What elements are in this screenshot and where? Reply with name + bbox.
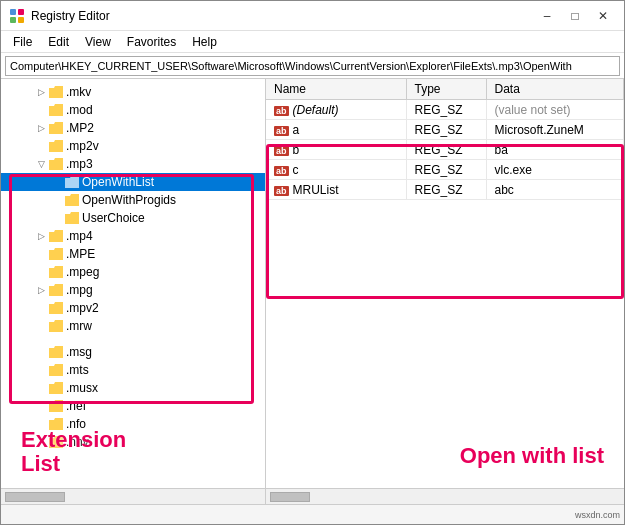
- folder-icon-mkv: [49, 85, 63, 99]
- registry-editor-window: Registry Editor – □ ✕ File Edit View Fav…: [0, 0, 625, 525]
- tree-label: .nfo: [66, 417, 86, 431]
- name-text: c: [293, 163, 299, 177]
- svg-rect-1: [18, 9, 24, 15]
- cell-type: REG_SZ: [406, 160, 486, 180]
- expander-mkv: ▷: [33, 84, 49, 100]
- tree-item-musx[interactable]: ▷ .musx: [1, 379, 265, 397]
- tree-item-mp2v[interactable]: ▷ .mp2v: [1, 137, 265, 155]
- h-scroll-thumb-right[interactable]: [270, 492, 310, 502]
- table-row[interactable]: abMRUListREG_SZabc: [266, 180, 624, 200]
- table-row[interactable]: abbREG_SZba: [266, 140, 624, 160]
- folder-icon-mpeg: [49, 265, 63, 279]
- folder-icon-owprogids: [65, 193, 79, 207]
- window-controls: – □ ✕: [534, 6, 616, 26]
- folder-icon-mrw: [49, 319, 63, 333]
- cell-data: ba: [486, 140, 624, 160]
- watermark: wsxdn.com: [575, 510, 620, 520]
- tree-item-mkv[interactable]: ▷ .mkv: [1, 83, 265, 101]
- tree-label: UserChoice: [82, 211, 145, 225]
- maximize-button[interactable]: □: [562, 6, 588, 26]
- tree-label: .mp4: [66, 229, 93, 243]
- tree-label: .mpg: [66, 283, 93, 297]
- tree-label: .mrw: [66, 319, 92, 333]
- menu-bar: File Edit View Favorites Help: [1, 31, 624, 53]
- name-text: a: [293, 123, 300, 137]
- tree-item-msg[interactable]: ▷ .msg: [1, 343, 265, 361]
- menu-help[interactable]: Help: [184, 33, 225, 51]
- tree-item-userchoice[interactable]: ▷ UserChoice: [1, 209, 265, 227]
- folder-icon-nfo: [49, 417, 63, 431]
- tree-panel[interactable]: ▷ .mkv ▷ .mod: [1, 79, 266, 488]
- svg-rect-0: [10, 9, 16, 15]
- title-text: Registry Editor: [31, 9, 110, 23]
- tree-label: .mpeg: [66, 265, 99, 279]
- tree-label: OpenWithProgids: [82, 193, 176, 207]
- right-panel[interactable]: Name Type Data ab(Default)REG_SZ(value n…: [266, 79, 624, 488]
- cell-data: (value not set): [486, 100, 624, 120]
- reg-sz-icon: ab: [274, 186, 289, 196]
- cell-type: REG_SZ: [406, 140, 486, 160]
- minimize-button[interactable]: –: [534, 6, 560, 26]
- tree-item-mts[interactable]: ▷ .mts: [1, 361, 265, 379]
- tree-item-mpg[interactable]: ▷ .mpg: [1, 281, 265, 299]
- tree-label: .mp3: [66, 157, 93, 171]
- tree-label: .musx: [66, 381, 98, 395]
- tree-label: .nnv: [66, 435, 89, 449]
- folder-icon-owlist: [65, 175, 79, 189]
- folder-icon-msg: [49, 345, 63, 359]
- tree-item-mp4[interactable]: ▷ .mp4: [1, 227, 265, 245]
- tree-item-mp3[interactable]: ▽ .mp3: [1, 155, 265, 173]
- cell-name: ab(Default): [266, 100, 406, 120]
- tree-item-openwithprogids[interactable]: ▷ OpenWithProgids: [1, 191, 265, 209]
- table-row[interactable]: abaREG_SZMicrosoft.ZuneM: [266, 120, 624, 140]
- folder-icon-nnv: [49, 435, 63, 449]
- menu-view[interactable]: View: [77, 33, 119, 51]
- tree-label: .mts: [66, 363, 89, 377]
- tree-label: .MPE: [66, 247, 95, 261]
- close-button[interactable]: ✕: [590, 6, 616, 26]
- h-scroll-tree[interactable]: [1, 489, 266, 504]
- folder-icon-mts: [49, 363, 63, 377]
- h-scroll-thumb-tree[interactable]: [5, 492, 65, 502]
- cell-data: Microsoft.ZuneM: [486, 120, 624, 140]
- folder-icon-mp3: [49, 157, 63, 171]
- tree-item-mod[interactable]: ▷ .mod: [1, 101, 265, 119]
- reg-sz-icon: ab: [274, 106, 289, 116]
- address-input[interactable]: [5, 56, 620, 76]
- tree-item-mrw[interactable]: ▷ .mrw: [1, 317, 265, 335]
- tree-item-nnv[interactable]: ▷ .nnv: [1, 433, 265, 451]
- tree-item-mpeg[interactable]: ▷ .mpeg: [1, 263, 265, 281]
- tree-item-mpe[interactable]: ▷ .MPE: [1, 245, 265, 263]
- cell-type: REG_SZ: [406, 120, 486, 140]
- cell-name: abc: [266, 160, 406, 180]
- folder-icon-mp2: [49, 121, 63, 135]
- tree-item-openwithlist[interactable]: ▷ OpenWithList: [1, 173, 265, 191]
- menu-favorites[interactable]: Favorites: [119, 33, 184, 51]
- status-bar: wsxdn.com: [1, 504, 624, 524]
- h-scroll-container: [1, 488, 624, 504]
- reg-sz-icon: ab: [274, 166, 289, 176]
- menu-file[interactable]: File: [5, 33, 40, 51]
- table-row[interactable]: ab(Default)REG_SZ(value not set): [266, 100, 624, 120]
- reg-sz-icon: ab: [274, 126, 289, 136]
- table-row[interactable]: abcREG_SZvlc.exe: [266, 160, 624, 180]
- menu-edit[interactable]: Edit: [40, 33, 77, 51]
- folder-icon-mod: [49, 103, 63, 117]
- tree-scroll-area: ▷ .mkv ▷ .mod: [1, 79, 265, 455]
- tree-item-mp2[interactable]: ▷ .MP2: [1, 119, 265, 137]
- folder-icon-uc: [65, 211, 79, 225]
- name-text: MRUList: [293, 183, 339, 197]
- h-scroll-right[interactable]: [266, 489, 624, 504]
- tree-label: .mkv: [66, 85, 91, 99]
- cell-type: REG_SZ: [406, 180, 486, 200]
- col-type: Type: [406, 79, 486, 100]
- folder-icon-mpe: [49, 247, 63, 261]
- folder-icon-mpv2: [49, 301, 63, 315]
- tree-label: OpenWithList: [82, 175, 154, 189]
- cell-name: aba: [266, 120, 406, 140]
- tree-item-nfo[interactable]: ▷ .nfo: [1, 415, 265, 433]
- registry-table: Name Type Data ab(Default)REG_SZ(value n…: [266, 79, 624, 200]
- tree-item-nef[interactable]: ▷ .nef: [1, 397, 265, 415]
- tree-item-mpv2[interactable]: ▷ .mpv2: [1, 299, 265, 317]
- cell-data: vlc.exe: [486, 160, 624, 180]
